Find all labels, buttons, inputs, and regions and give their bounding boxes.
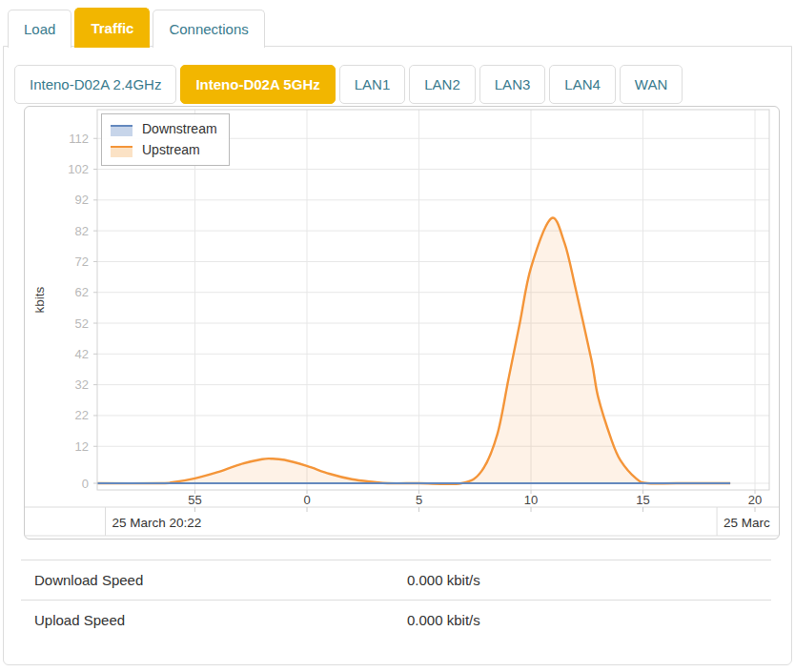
device-tabs: Inteno-D02A 2.4GHz Inteno-D02A 5GHz LAN1… bbox=[14, 65, 791, 104]
svg-text:25 March 20:22: 25 March 20:22 bbox=[112, 516, 202, 530]
svg-text:0: 0 bbox=[303, 493, 310, 507]
svg-text:32: 32 bbox=[75, 377, 89, 392]
traffic-chart-svg: 0122232425262728292102112550510152025 Ma… bbox=[25, 107, 779, 539]
svg-text:15: 15 bbox=[636, 493, 649, 507]
upload-speed-label: Upload Speed bbox=[34, 612, 407, 628]
svg-text:112: 112 bbox=[69, 132, 89, 146]
download-speed-label: Download Speed bbox=[34, 572, 407, 588]
device-tab-lan4[interactable]: LAN4 bbox=[549, 65, 616, 104]
device-tab-inteno-d02a-5ghz[interactable]: Inteno-D02A 5GHz bbox=[180, 65, 335, 104]
svg-text:22: 22 bbox=[75, 408, 89, 422]
device-tab-wan[interactable]: WAN bbox=[620, 65, 683, 104]
svg-text:0: 0 bbox=[82, 477, 89, 491]
primary-tabs: Load Traffic Connections bbox=[8, 8, 268, 48]
tab-traffic[interactable]: Traffic bbox=[74, 8, 150, 48]
device-tab-lan1[interactable]: LAN1 bbox=[339, 65, 406, 104]
legend-item-downstream: Downstream bbox=[111, 121, 217, 136]
svg-text:12: 12 bbox=[75, 439, 89, 454]
legend-item-upstream: Upstream bbox=[111, 142, 217, 157]
svg-text:72: 72 bbox=[75, 255, 89, 269]
svg-text:42: 42 bbox=[75, 347, 89, 361]
upload-speed-value: 0.000 kbit/s bbox=[407, 612, 771, 628]
downstream-swatch-icon bbox=[111, 122, 132, 136]
device-tab-inteno-d02a-24ghz[interactable]: Inteno-D02A 2.4GHz bbox=[14, 65, 176, 104]
tab-load[interactable]: Load bbox=[8, 10, 71, 48]
speed-stats: Download Speed 0.000 kbit/s Upload Speed… bbox=[21, 560, 771, 640]
svg-text:62: 62 bbox=[75, 285, 89, 299]
traffic-page: Load Traffic Connections Inteno-D02A 2.4… bbox=[0, 0, 795, 672]
svg-text:92: 92 bbox=[75, 193, 89, 207]
traffic-chart-card: 0122232425262728292102112550510152025 Ma… bbox=[24, 106, 780, 540]
upload-speed-row: Upload Speed 0.000 kbit/s bbox=[21, 600, 771, 640]
device-tab-lan2[interactable]: LAN2 bbox=[409, 65, 476, 104]
svg-text:5: 5 bbox=[416, 493, 422, 507]
svg-text:kbits: kbits bbox=[32, 286, 47, 313]
upstream-swatch-icon bbox=[111, 143, 132, 157]
svg-text:10: 10 bbox=[524, 493, 538, 507]
tab-content-panel: Inteno-D02A 2.4GHz Inteno-D02A 5GHz LAN1… bbox=[3, 46, 792, 665]
svg-text:20: 20 bbox=[748, 493, 762, 507]
legend-label-upstream: Upstream bbox=[142, 142, 200, 157]
download-speed-row: Download Speed 0.000 kbit/s bbox=[21, 560, 771, 600]
svg-text:55: 55 bbox=[188, 493, 201, 507]
svg-text:25 Marc: 25 Marc bbox=[724, 516, 770, 530]
svg-text:52: 52 bbox=[75, 316, 89, 331]
device-tab-lan3[interactable]: LAN3 bbox=[479, 65, 546, 104]
legend-label-downstream: Downstream bbox=[142, 121, 217, 136]
tab-connections[interactable]: Connections bbox=[153, 10, 264, 48]
chart-legend: Downstream Upstream bbox=[101, 113, 230, 166]
svg-text:82: 82 bbox=[75, 224, 89, 238]
svg-text:102: 102 bbox=[68, 162, 89, 176]
download-speed-value: 0.000 kbit/s bbox=[407, 572, 771, 588]
